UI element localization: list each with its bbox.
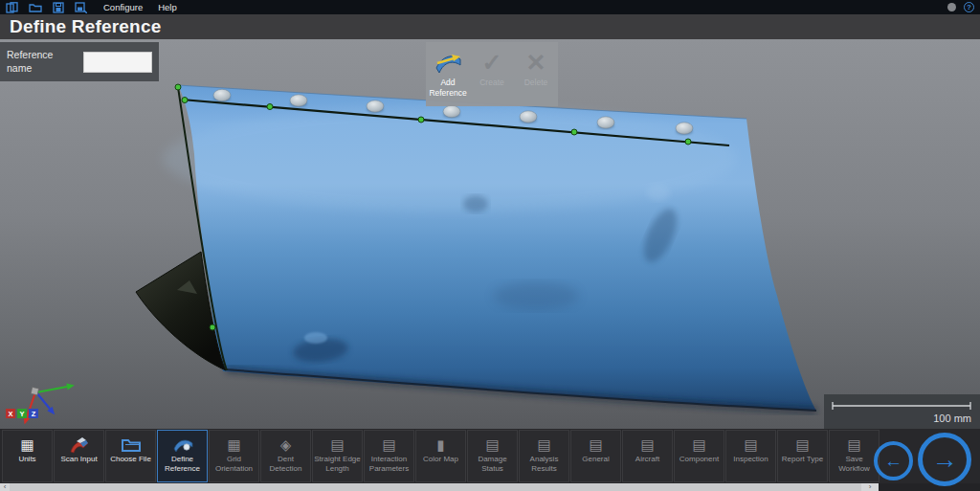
toolbar-item-label: Aircraft: [623, 455, 673, 464]
toolbar-item-grid-orientation[interactable]: ▦ Grid Orientation: [209, 430, 259, 482]
toolbar-item-label: General: [571, 455, 621, 464]
reference-context-toolbar: Add Reference ✓ Create ✕ Delete: [426, 42, 558, 106]
add-reference-button[interactable]: Add Reference: [426, 42, 470, 106]
add-reference-label: Add Reference: [426, 78, 470, 98]
analysis-results-icon: ▤: [537, 435, 550, 455]
define-reference-icon: [172, 435, 193, 455]
scroll-right-button[interactable]: ›: [861, 483, 879, 491]
menu-help[interactable]: Help: [150, 2, 185, 12]
toolbar-item-label: Dent Detection: [261, 455, 311, 473]
toolbar-item-aircraft[interactable]: ▤ Aircraft: [622, 430, 673, 482]
menu-bar: Configure Help ?: [0, 0, 980, 14]
toolbar-item-units[interactable]: ▦ Units: [2, 430, 53, 482]
menu-configure[interactable]: Configure: [96, 2, 150, 12]
axis-labels: X Y Z: [6, 409, 38, 418]
next-step-button[interactable]: →: [918, 433, 971, 486]
component-icon: ▤: [692, 435, 705, 455]
scale-label: 100 mm: [933, 413, 971, 424]
reference-name-input[interactable]: [83, 52, 152, 73]
toolbar-item-damage-status[interactable]: ▤ Damage Status: [467, 430, 518, 482]
toolbar-item-analysis-results[interactable]: ▤ Analysis Results: [519, 430, 569, 482]
toolbar-item-label: Choose File: [106, 455, 156, 464]
toolbar-item-label: Define Reference: [158, 455, 208, 473]
choose-file-icon: [121, 435, 142, 455]
toolbar-item-scan-input[interactable]: Scan Input: [54, 430, 104, 482]
toolbar-item-label: Inspection: [726, 455, 776, 464]
toolbar-item-component[interactable]: ▤ Component: [674, 430, 724, 482]
quick-access-icons: [0, 2, 88, 13]
create-button[interactable]: ✓ Create: [470, 42, 514, 106]
toolbar-item-dent-detection[interactable]: ◈ Dent Detection: [260, 430, 311, 482]
toolbar-item-color-map[interactable]: ▮ Color Map: [415, 430, 466, 482]
toolbar-item-label: Grid Orientation: [210, 455, 259, 473]
interaction-parameters-icon: ▤: [382, 435, 395, 455]
dent-detection-icon: ◈: [280, 435, 292, 455]
color-map-icon: ▮: [436, 435, 444, 455]
application-window: Configure Help ? Define Reference: [0, 0, 980, 491]
aircraft-icon: ▤: [640, 435, 654, 455]
toolbar-item-label: Interaction Parameters: [365, 455, 414, 473]
delete-x-icon: ✕: [526, 47, 546, 78]
create-label: Create: [479, 78, 504, 88]
general-icon: ▤: [589, 435, 602, 455]
scrollbar-track[interactable]: [10, 483, 861, 491]
toolbar-item-label: Straight Edge Length: [313, 455, 363, 473]
axis-z-label: Z: [32, 410, 36, 418]
toolbar-item-define-reference[interactable]: Define Reference: [157, 430, 208, 482]
scanned-surface[interactable]: [163, 85, 816, 411]
save-icon[interactable]: [51, 2, 65, 13]
toolbar-item-label: Units: [3, 455, 53, 464]
toolbar-scrollbar: ‹ ›: [0, 483, 980, 491]
axis-y-label: Y: [19, 410, 24, 418]
damage-status-icon: ▤: [485, 435, 499, 455]
user-circle-icon[interactable]: [947, 3, 956, 11]
back-arrow-icon: ←: [884, 451, 902, 472]
straight-edge-length-icon: ▤: [330, 435, 344, 455]
save-workflow-icon: ▤: [847, 435, 860, 455]
scan-input-icon: [69, 435, 90, 455]
axis-x-label: X: [8, 410, 12, 418]
open-folder-icon[interactable]: [28, 2, 42, 13]
inspection-icon: ▤: [744, 435, 757, 455]
save-as-icon[interactable]: [74, 2, 88, 13]
toolbar-item-save-workflow[interactable]: ▤ Save Workflow: [829, 430, 880, 482]
toolbar-item-report-type[interactable]: ▤ Report Type: [777, 430, 828, 482]
toolbar-item-label: Component: [675, 455, 724, 464]
reference-name-label: Reference name: [0, 49, 80, 75]
forward-arrow-icon: →: [932, 445, 958, 475]
toolbar-item-label: Analysis Results: [520, 455, 569, 473]
previous-step-button[interactable]: ←: [874, 441, 913, 480]
toolbar-item-inspection[interactable]: ▤ Inspection: [725, 430, 776, 482]
scroll-left-button[interactable]: ‹: [0, 483, 10, 491]
toolbar-item-choose-file[interactable]: Choose File: [105, 430, 156, 482]
toolbar-item-label: Color Map: [416, 455, 466, 464]
reference-name-panel: Reference name: [0, 42, 159, 81]
delete-label: Delete: [524, 78, 548, 88]
toolbar-item-interaction-parameters[interactable]: ▤ Interaction Parameters: [364, 430, 414, 482]
help-question-icon[interactable]: ?: [964, 2, 974, 12]
report-type-icon: ▤: [795, 435, 809, 455]
new-document-icon[interactable]: [5, 2, 19, 13]
toolbar-item-label: Scan Input: [55, 455, 104, 464]
toolbar-item-label: Damage Status: [468, 455, 518, 473]
toolbar-item-straight-edge-length[interactable]: ▤ Straight Edge Length: [312, 430, 363, 482]
viewport: 100 mm X Y Z Reference name: [0, 39, 980, 429]
toolbar-item-label: Save Workflow: [830, 455, 880, 473]
toolbar-item-general[interactable]: ▤ General: [570, 430, 621, 482]
toolbar-item-label: Report Type: [778, 455, 828, 464]
grid-orientation-icon: ▦: [227, 435, 240, 455]
scale-bar: 100 mm: [824, 394, 980, 429]
page-title: Define Reference: [0, 14, 980, 39]
workflow-toolbar: ▦ Units Scan Input Choose File: [0, 429, 980, 483]
delete-button[interactable]: ✕ Delete: [514, 42, 558, 106]
units-icon: ▦: [20, 435, 33, 455]
create-check-icon: ✓: [482, 47, 502, 78]
add-reference-icon: [434, 47, 462, 78]
